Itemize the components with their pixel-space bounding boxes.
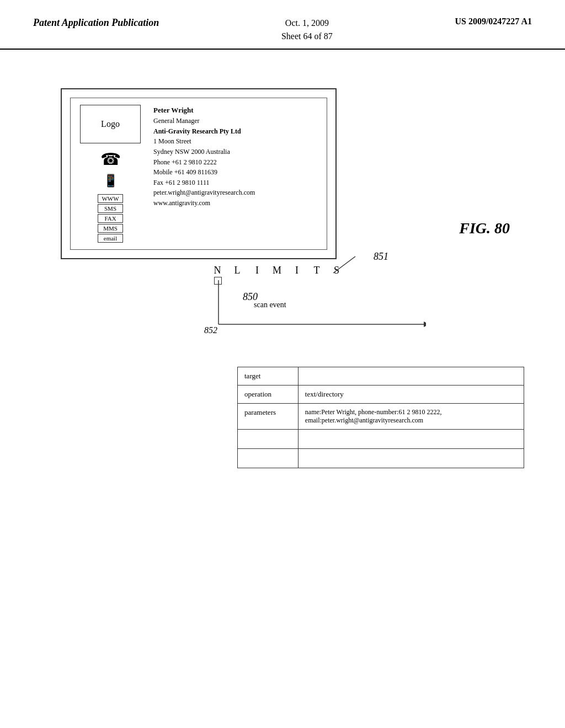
letter-i2: I [289, 265, 305, 276]
btn-email: email [98, 234, 122, 243]
card-phone: Phone +61 2 9810 2222 [153, 157, 320, 168]
phone-icon: ☎ [100, 149, 121, 169]
btn-www: WWW [98, 194, 122, 203]
empty-row-2 [238, 449, 524, 468]
card-address: 1 Moon Street [153, 136, 320, 147]
parameters-row: parameters name:Peter Wright, phone-numb… [238, 404, 524, 430]
logo-label: Logo [101, 119, 120, 129]
target-label-cell: target [238, 367, 299, 386]
target-row: target [238, 367, 524, 386]
btn-fax: FAX [98, 214, 122, 223]
connector-svg [216, 280, 426, 346]
sheet-number: Sheet 64 of 87 [281, 30, 333, 43]
empty-label-2 [238, 449, 299, 468]
card-website: www.antigravity.com [153, 198, 320, 208]
card-city: Sydney NSW 2000 Australia [153, 147, 320, 157]
patent-number: US 2009/0247227 A1 [455, 17, 532, 26]
operation-value-cell: text/directory [298, 386, 524, 404]
card-title: General Manager [153, 116, 320, 126]
letter-n: N [210, 265, 225, 276]
ref-852: 852 [204, 325, 217, 335]
card-left: Logo ☎ 📱 WWW SMS FAX MMS email [77, 105, 143, 243]
business-card-outer: Logo ☎ 📱 WWW SMS FAX MMS email Peter Wri… [61, 88, 337, 259]
operation-label-cell: operation [238, 386, 299, 404]
btn-sms: SMS [98, 204, 122, 213]
letter-m: M [269, 265, 285, 276]
empty-label-1 [238, 430, 299, 449]
card-company: Anti-Gravity Research Pty Ltd [153, 126, 320, 137]
business-card-inner: Logo ☎ 📱 WWW SMS FAX MMS email Peter Wri… [70, 98, 327, 250]
data-table: target operation text/directory paramete… [237, 367, 524, 468]
target-value-cell [298, 367, 524, 386]
mobile-device-icon: 📱 [103, 174, 118, 188]
svg-line-9 [333, 256, 355, 273]
operation-row: operation text/directory [238, 386, 524, 404]
card-name: Peter Wright [153, 105, 320, 116]
card-mobile: Mobile +61 409 811639 [153, 167, 320, 178]
card-right: Peter Wright General Manager Anti-Gravit… [149, 105, 320, 243]
empty-row-1 [238, 430, 524, 449]
empty-value-2 [298, 449, 524, 468]
arrow-851 [322, 254, 366, 276]
publication-title: Patent Application Publication [33, 17, 159, 29]
card-fax: Fax +61 2 9810 1111 [153, 178, 320, 188]
letter-l: L [230, 265, 245, 276]
letter-i: I [249, 265, 265, 276]
publication-date: Oct. 1, 2009 [281, 17, 333, 30]
parameters-value-cell: name:Peter Wright, phone-number:61 2 981… [298, 404, 524, 430]
logo-box: Logo [80, 105, 141, 143]
page-header: Patent Application Publication Oct. 1, 2… [0, 0, 565, 50]
btn-mms: MMS [98, 224, 122, 233]
parameters-label-cell: parameters [238, 404, 299, 430]
header-center: Oct. 1, 2009 Sheet 64 of 87 [281, 17, 333, 43]
ref-851: 851 [374, 251, 388, 263]
svg-marker-8 [424, 322, 426, 327]
empty-value-1 [298, 430, 524, 449]
card-buttons: WWW SMS FAX MMS email [98, 194, 122, 243]
card-email: peter.wright@antigravityresearch.com [153, 188, 320, 198]
fig-label: FIG. 80 [459, 220, 510, 237]
nlmits-area: 851 N L I M I T S 850 scan event 852 [177, 265, 344, 276]
main-content: Logo ☎ 📱 WWW SMS FAX MMS email Peter Wri… [0, 50, 565, 281]
